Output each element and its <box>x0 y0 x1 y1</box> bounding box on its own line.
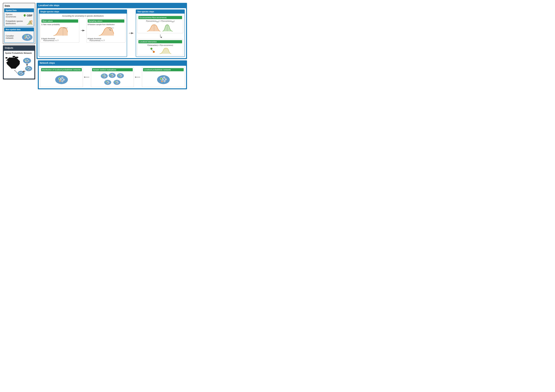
svg-text:P(occurrence): P(occurrence) <box>63 27 68 29</box>
nonspatial-data-header: Non-spatial data <box>4 28 34 31</box>
outputs-title: Outputs <box>3 46 35 50</box>
svg-point-113 <box>104 80 111 85</box>
svg-rect-14 <box>7 59 18 60</box>
nonspatial-data-section: Non-spatial data Canadian metaweb <box>4 28 34 43</box>
sampling-values-header: Sampling values <box>88 19 124 23</box>
svg-point-72 <box>150 48 153 50</box>
canada-map-svg <box>5 55 33 77</box>
cooccurrence-formula: P(occurrencesp1) × P(occurrencesp2) <box>139 20 182 22</box>
svg-point-121 <box>113 80 120 85</box>
canadian-metaweb-label: Canadian metaweb <box>6 35 22 39</box>
svg-point-30 <box>23 58 31 64</box>
localized-site-header: Localized site steps <box>37 3 187 7</box>
svg-point-97 <box>109 73 116 78</box>
interaction-nodes <box>149 47 157 54</box>
network-steps-panel: Network steps Distribution of localized … <box>38 60 187 89</box>
cooccurrence-curve2 <box>162 23 174 32</box>
step1-label: Take mean probability <box>43 24 60 25</box>
spatial-probabilistic-metaweb-label: Spatial Probabilistic Metaweb <box>5 52 33 54</box>
step3-label: Random sample from distribution <box>89 24 115 25</box>
localized-prob-metaweb-header: Localized probabilistic metaweb <box>143 68 184 71</box>
arrow-left-3 <box>135 76 141 79</box>
interaction-curve <box>159 47 171 54</box>
accounting-text: Accounting for uncertainty in species di… <box>40 15 125 17</box>
svg-rect-18 <box>7 62 20 62</box>
arrow-right-1 <box>80 29 85 32</box>
step1-number: 1 <box>41 24 43 25</box>
dist-localized-header: Distribution of localized probabilistic … <box>41 68 82 71</box>
cooccurrence-box: Co-occurrence P(co-occurrence) P(occurre… <box>137 15 183 33</box>
data-panel: Data Spatial Data Species occurrences <box>3 3 35 44</box>
single-species-header: Single-species steps <box>39 10 127 14</box>
svg-rect-13 <box>6 60 19 61</box>
step4-label: Apply threshold <box>89 38 101 40</box>
spatial-data-header: Spatial Data <box>4 9 34 12</box>
svg-rect-28 <box>15 57 18 58</box>
probabilistic-distributions-item: Probabilistic species distributions <box>6 19 32 25</box>
outputs-panel: Outputs Spatial Probabilistic Metaweb <box>3 45 35 79</box>
dist-network-diagram <box>54 73 69 85</box>
svg-rect-21 <box>7 64 20 65</box>
svg-rect-20 <box>7 63 20 64</box>
svg-text:P(occurrence): P(occurrence) <box>108 27 114 29</box>
dist-localized-box: Distribution of localized probabilistic … <box>40 67 83 87</box>
formula2-text: P(occurrence) > τ ? <box>43 40 78 41</box>
mean-values-header: Mean values <box>41 19 78 23</box>
sampling-values-box: Sampling values 3 Random sample from dis… <box>87 18 125 43</box>
svg-rect-26 <box>11 68 16 69</box>
localized-interaction-formula: P(interaction) × P(co-occurrence) <box>139 44 182 46</box>
step2-number: 2 <box>41 38 43 40</box>
two-species-header: Two-species steps <box>136 10 184 14</box>
two-species-panel: Two-species steps Co-occurrence P(co-occ… <box>136 9 185 57</box>
mean-values-box: Mean values 1 Take mean probability <box>40 18 79 43</box>
outputs-diagram <box>5 55 33 77</box>
sample-random-header: Sample random realisations <box>92 68 133 71</box>
gbif-text: GBIF <box>27 14 32 17</box>
cooccurrence-header: Co-occurrence P(co-occurrence) <box>139 16 182 19</box>
svg-rect-17 <box>8 61 20 62</box>
svg-rect-22 <box>8 65 19 65</box>
localized-site-panel: Localized site steps Single-species step… <box>37 3 187 59</box>
arrow-down-1 <box>159 34 162 38</box>
svg-point-89 <box>101 73 108 78</box>
arrow-left-2 <box>84 76 90 79</box>
svg-rect-27 <box>6 57 7 58</box>
localized-interaction-header: Localized interaction <box>139 40 182 43</box>
localized-interaction-box: Localized interaction P(interaction) × P… <box>137 39 183 55</box>
mean-values-curve: P(occurrence) <box>52 26 68 37</box>
species-occurrences-item: Species occurrences GBIF <box>6 14 32 18</box>
gbif-leaf-icon <box>23 14 26 17</box>
sample-random-box: Sample random realisations <box>91 67 134 87</box>
single-species-panel: Single-species steps Accounting for unce… <box>39 9 127 57</box>
step3-number: 3 <box>88 24 89 25</box>
probabilistic-distributions-label: Probabilistic species distributions <box>6 20 26 25</box>
svg-rect-23 <box>9 65 18 66</box>
sampling-values-curve: P(occurrence) <box>98 26 114 37</box>
svg-rect-29 <box>13 56 15 57</box>
step4-number: 4 <box>88 38 89 40</box>
localized-metaweb-diagram <box>156 73 171 85</box>
localized-prob-metaweb-box: Localized probabilistic metaweb <box>142 67 185 87</box>
svg-rect-19 <box>6 62 20 63</box>
formula4-text: P(occurrence) > τ ? <box>89 40 124 41</box>
metaweb-network-icon <box>22 33 32 41</box>
species-occurrences-label: Species occurrences <box>6 14 23 18</box>
network-steps-header: Network steps <box>38 61 187 65</box>
svg-rect-15 <box>8 58 17 59</box>
svg-rect-25 <box>10 67 17 68</box>
sample-networks-diagram <box>100 72 125 86</box>
spatial-data-section: Spatial Data Species occurrences <box>4 8 34 27</box>
cooccurrence-curve1 <box>146 23 161 32</box>
arrow-to-two-species <box>129 32 134 35</box>
svg-point-105 <box>117 73 124 78</box>
svg-point-73 <box>153 51 155 53</box>
svg-line-74 <box>151 50 153 51</box>
gbif-logo: GBIF <box>23 14 32 17</box>
distributions-chart <box>26 19 32 25</box>
data-panel-title: Data <box>3 3 35 8</box>
svg-rect-24 <box>9 66 17 67</box>
step2-label: Apply threshold <box>43 38 55 40</box>
